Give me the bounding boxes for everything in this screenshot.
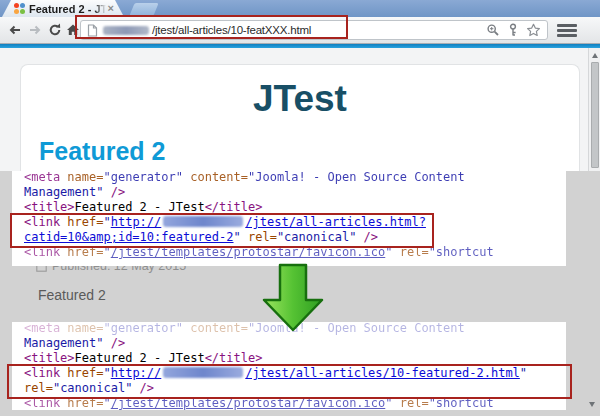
- code-text: <meta: [24, 322, 60, 335]
- comparison-area: Published: 12 May 2015 Featured 2 <meta …: [0, 171, 600, 416]
- browser-window: Featured 2 - JTe ×: [0, 0, 600, 416]
- forward-button[interactable]: [25, 20, 45, 40]
- tab-bar: Featured 2 - JTe ×: [0, 0, 600, 17]
- menu-icon[interactable]: [557, 22, 577, 39]
- code-line: Management" />: [24, 336, 566, 351]
- canonical-highlight-before: [10, 213, 434, 248]
- site-title: JTest: [21, 78, 579, 120]
- code-text: Featured 2 - JTest: [75, 200, 205, 214]
- arrow-left-icon: [7, 22, 23, 38]
- code-text: "generator": [103, 171, 182, 184]
- key-icon[interactable]: [507, 23, 519, 37]
- url-text: /jtest/all-articles/10-featXXX.html: [152, 24, 311, 36]
- home-icon: [65, 22, 81, 38]
- code-text: name=: [67, 322, 103, 335]
- page-viewport: JTest Featured 2 Published: 12 May 2015 …: [0, 48, 600, 416]
- new-tab-button[interactable]: [129, 3, 158, 16]
- scrollbar-thumb[interactable]: [591, 62, 599, 168]
- code-text: name=: [67, 171, 103, 184]
- code-text: content=: [190, 171, 248, 184]
- section-heading: Featured 2: [39, 137, 165, 166]
- code-text: </title>: [205, 200, 263, 214]
- code-text: />: [103, 336, 125, 350]
- browser-tab[interactable]: Featured 2 - JTe ×: [2, 0, 124, 17]
- code-text: </title>: [205, 351, 263, 365]
- address-bar[interactable]: /jtest/all-articles/10-featXXX.html: [80, 20, 548, 40]
- scrollbar-down-icon[interactable]: [589, 402, 595, 407]
- blurred-domain: [103, 26, 149, 35]
- tab-title: Featured 2 - JTe: [29, 3, 106, 15]
- tab-close-icon[interactable]: ×: [108, 3, 114, 14]
- back-button[interactable]: [5, 20, 25, 40]
- code-text: content=: [190, 322, 248, 335]
- code-text: Management": [24, 185, 103, 199]
- code-text: "Joomla! - Open Source Content: [248, 171, 465, 184]
- article-title: Featured 2: [38, 287, 106, 303]
- code-line: <meta name="generator" content="Joomla! …: [24, 171, 566, 185]
- code-text: "shortcut: [429, 245, 494, 259]
- code-text: <title>: [24, 351, 75, 365]
- scrollbar[interactable]: [588, 48, 600, 171]
- code-text: Management": [24, 336, 103, 350]
- refresh-icon: [47, 22, 63, 38]
- bookmark-star-icon[interactable]: [526, 23, 541, 37]
- arrow-right-icon: [27, 22, 43, 38]
- canonical-highlight-after: [7, 364, 572, 399]
- page-icon: [87, 24, 98, 37]
- content-card: JTest Featured 2: [20, 64, 580, 171]
- code-text: Featured 2 - JTest: [75, 351, 205, 365]
- address-bar-icons: [486, 23, 541, 37]
- scrollbar-up-icon[interactable]: [592, 53, 598, 58]
- browser-toolbar: /jtest/all-articles/10-featXXX.html: [0, 17, 600, 44]
- reload-button[interactable]: [45, 20, 65, 40]
- code-text: <meta: [24, 171, 60, 184]
- zoom-icon[interactable]: [486, 23, 500, 37]
- code-text: "generator": [103, 322, 182, 335]
- code-line: Management" />: [24, 185, 566, 200]
- code-text: <title>: [24, 200, 75, 214]
- joomla-favicon-icon: [14, 3, 25, 14]
- code-text: />: [103, 185, 125, 199]
- down-arrow-icon: [261, 263, 325, 337]
